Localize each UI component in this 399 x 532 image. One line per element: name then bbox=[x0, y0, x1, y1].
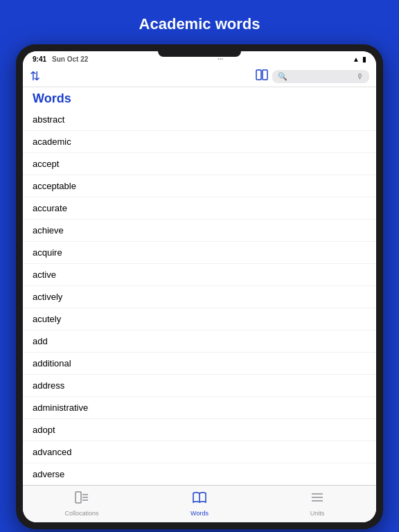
screen: 9:41 Sun Oct 22 ··· ▲ ▮ ⇅ bbox=[23, 51, 376, 522]
status-date: Sun Oct 22 bbox=[52, 55, 88, 63]
list-item[interactable]: academic bbox=[23, 131, 376, 153]
nav-left: ⇅ bbox=[30, 69, 43, 84]
device-notch bbox=[158, 51, 241, 57]
list-item[interactable]: accurate bbox=[23, 197, 376, 220]
list-item[interactable]: address bbox=[23, 375, 376, 397]
tab-words[interactable]: Words bbox=[141, 490, 258, 517]
nav-bar: ⇅ 🔍 🎙 bbox=[23, 66, 376, 87]
page-title: Academic words bbox=[0, 0, 399, 44]
search-bar[interactable]: 🔍 🎙 bbox=[272, 70, 369, 83]
tab-words-label: Words bbox=[190, 510, 209, 517]
list-item[interactable]: active bbox=[23, 264, 376, 286]
filter-icon[interactable]: ⇅ bbox=[30, 69, 40, 84]
status-right: ▲ ▮ bbox=[353, 55, 366, 63]
list-item[interactable]: acutely bbox=[23, 308, 376, 330]
list-item[interactable]: acceptable bbox=[23, 175, 376, 197]
list-header: Words bbox=[23, 87, 376, 109]
list-item[interactable]: abstract bbox=[23, 109, 376, 131]
tab-units-icon bbox=[310, 490, 325, 508]
list-item[interactable]: actively bbox=[23, 286, 376, 308]
tab-units-label: Units bbox=[310, 510, 325, 517]
battery-icon: ▮ bbox=[362, 55, 366, 63]
status-time: 9:41 bbox=[33, 55, 46, 63]
list-item[interactable]: achieve bbox=[23, 220, 376, 242]
tab-collocations-label: Collocations bbox=[64, 510, 98, 517]
word-list: abstractacademicacceptacceptableaccurate… bbox=[23, 109, 376, 485]
search-icon: 🔍 bbox=[278, 72, 287, 81]
wifi-icon: ▲ bbox=[353, 55, 360, 63]
tab-collocations-icon bbox=[74, 490, 89, 508]
list-item[interactable]: additional bbox=[23, 353, 376, 375]
list-item[interactable]: administrative bbox=[23, 397, 376, 419]
tab-bar: CollocationsWordsUnits bbox=[23, 485, 376, 522]
words-title: Words bbox=[33, 91, 71, 105]
nav-right: 🔍 🎙 bbox=[256, 69, 369, 84]
svg-rect-1 bbox=[263, 70, 267, 80]
device-frame: 9:41 Sun Oct 22 ··· ▲ ▮ ⇅ bbox=[16, 44, 383, 529]
list-item[interactable]: advanced bbox=[23, 441, 376, 463]
list-item[interactable]: adverse bbox=[23, 463, 376, 485]
list-item[interactable]: acquire bbox=[23, 242, 376, 264]
grid-icon[interactable] bbox=[256, 69, 268, 84]
list-item[interactable]: accept bbox=[23, 153, 376, 175]
svg-rect-0 bbox=[256, 70, 261, 80]
list-item[interactable]: adopt bbox=[23, 419, 376, 441]
list-item[interactable]: add bbox=[23, 330, 376, 353]
tab-words-icon bbox=[192, 490, 207, 508]
svg-rect-4 bbox=[76, 492, 81, 503]
tab-units[interactable]: Units bbox=[258, 490, 376, 517]
mic-icon[interactable]: 🎙 bbox=[356, 72, 364, 80]
tab-collocations[interactable]: Collocations bbox=[23, 490, 141, 517]
